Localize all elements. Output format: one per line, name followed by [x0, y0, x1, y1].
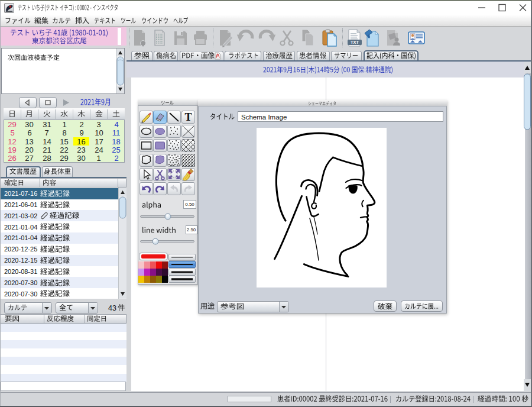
svg-text:TXT: TXT — [351, 40, 359, 45]
svg-text:T: T — [184, 111, 192, 123]
